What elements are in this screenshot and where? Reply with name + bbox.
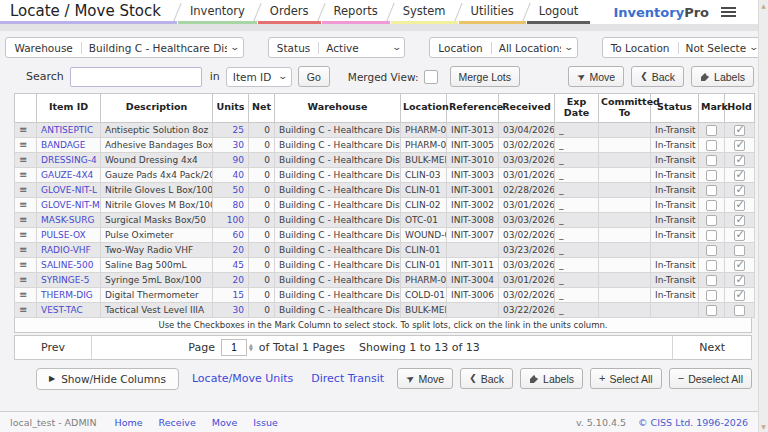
- col-committed-to[interactable]: Committed To: [599, 94, 651, 123]
- mark-checkbox[interactable]: [706, 230, 717, 241]
- row-menu-icon[interactable]: ≡: [19, 215, 27, 225]
- item-id-link[interactable]: THERM-DIG: [41, 290, 93, 300]
- col-exp-date[interactable]: Exp Date: [555, 94, 599, 123]
- mark-checkbox[interactable]: [706, 245, 717, 256]
- row-menu-icon[interactable]: ≡: [19, 200, 27, 210]
- units-link[interactable]: 50: [233, 185, 244, 195]
- units-link[interactable]: 25: [233, 125, 244, 135]
- col-warehouse[interactable]: Warehouse: [275, 94, 401, 123]
- mark-checkbox[interactable]: [706, 260, 717, 271]
- labels-button[interactable]: Labels: [520, 368, 583, 389]
- next-button[interactable]: Next: [672, 336, 751, 359]
- merged-view-checkbox[interactable]: [424, 70, 438, 84]
- mark-checkbox[interactable]: [706, 200, 717, 211]
- units-link[interactable]: 30: [233, 305, 244, 315]
- row-menu-icon[interactable]: ≡: [19, 305, 27, 315]
- move-button[interactable]: ➤Move: [568, 66, 624, 87]
- item-id-link[interactable]: VEST-TAC: [41, 305, 83, 315]
- col-units[interactable]: Units: [213, 94, 249, 123]
- item-id-link[interactable]: DRESSING-4: [41, 155, 97, 165]
- location-filter[interactable]: Location All Locations⌄: [429, 37, 577, 58]
- to-location-filter-value[interactable]: Not Selected⌄: [678, 42, 762, 54]
- tab-inventory[interactable]: Inventory: [178, 0, 257, 24]
- deselect-all-button[interactable]: −Deselect All: [669, 368, 752, 389]
- merge-lots-button[interactable]: Merge Lots: [450, 66, 521, 87]
- tab-utilities[interactable]: Utilities: [459, 0, 526, 24]
- row-menu-icon[interactable]: ≡: [19, 290, 27, 300]
- tab-locate-move-stock[interactable]: Locate / Move Stock: [0, 0, 177, 24]
- row-menu-icon[interactable]: ≡: [19, 275, 27, 285]
- col-description[interactable]: Description: [101, 94, 213, 123]
- units-link[interactable]: 60: [233, 230, 244, 240]
- mark-checkbox[interactable]: [706, 185, 717, 196]
- scroll-down-icon[interactable]: ▼: [761, 423, 766, 430]
- show-hide-columns-button[interactable]: ▶ Show/Hide Columns: [36, 368, 179, 390]
- col-item-id[interactable]: Item ID: [37, 94, 101, 123]
- row-menu-icon[interactable]: ≡: [19, 170, 27, 180]
- item-id-link[interactable]: PULSE-OX: [41, 230, 86, 240]
- warehouse-filter[interactable]: Warehouse Building C - Healthcare Distri…: [5, 37, 243, 58]
- mark-checkbox[interactable]: [706, 125, 717, 136]
- units-link[interactable]: 90: [233, 155, 244, 165]
- to-location-filter[interactable]: To Location Not Selected⌄: [602, 37, 763, 58]
- back-button[interactable]: ❮Back: [460, 368, 513, 389]
- item-id-link[interactable]: BANDAGE: [41, 140, 86, 150]
- mark-checkbox[interactable]: [706, 275, 717, 286]
- units-link[interactable]: 20: [233, 275, 244, 285]
- hamburger-menu-icon[interactable]: [719, 5, 738, 19]
- status-bar-link-move[interactable]: Move: [212, 417, 237, 428]
- page-number-input[interactable]: [221, 339, 247, 356]
- item-id-link[interactable]: SYRINGE-5: [41, 275, 90, 285]
- units-link[interactable]: 20: [233, 245, 244, 255]
- row-menu-icon[interactable]: ≡: [19, 230, 27, 240]
- move-button[interactable]: ➤Move: [397, 368, 453, 389]
- select-all-button[interactable]: +Select All: [590, 368, 662, 389]
- row-menu-icon[interactable]: ≡: [19, 155, 27, 165]
- item-id-link[interactable]: GLOVE-NIT-L: [41, 185, 97, 195]
- warehouse-filter-value[interactable]: Building C - Healthcare Distribu⌄: [81, 42, 243, 54]
- mark-checkbox[interactable]: [706, 215, 717, 226]
- row-menu-icon[interactable]: ≡: [19, 125, 27, 135]
- row-menu-icon[interactable]: ≡: [19, 245, 27, 255]
- copyright-link[interactable]: © CISS Ltd. 1996-2026: [638, 417, 748, 428]
- status-bar-link-issue[interactable]: Issue: [253, 417, 278, 428]
- back-button[interactable]: ❮Back: [631, 66, 684, 87]
- item-id-link[interactable]: SALINE-500: [41, 260, 94, 270]
- col-reference[interactable]: Reference: [447, 94, 499, 123]
- units-link[interactable]: 40: [233, 170, 244, 180]
- mark-checkbox[interactable]: [706, 140, 717, 151]
- units-link[interactable]: 30: [233, 140, 244, 150]
- units-link[interactable]: 45: [233, 260, 244, 270]
- row-menu-icon[interactable]: ≡: [19, 260, 27, 270]
- item-id-link[interactable]: GAUZE-4X4: [41, 170, 93, 180]
- mark-checkbox[interactable]: [706, 305, 717, 316]
- item-id-link[interactable]: GLOVE-NIT-M: [41, 200, 100, 210]
- row-menu-icon[interactable]: ≡: [19, 185, 27, 195]
- col-received[interactable]: Received: [499, 94, 555, 123]
- search-field-select[interactable]: Item ID⌄: [226, 67, 292, 87]
- location-filter-value[interactable]: All Locations⌄: [491, 42, 577, 54]
- units-link[interactable]: 15: [233, 290, 244, 300]
- scroll-up-icon[interactable]: ▲: [761, 2, 766, 9]
- mark-checkbox[interactable]: [706, 170, 717, 181]
- vertical-scrollbar[interactable]: ▲ ▼: [758, 0, 768, 432]
- status-bar-link-home[interactable]: Home: [115, 417, 143, 428]
- col-mark[interactable]: Mark: [699, 94, 725, 123]
- status-filter[interactable]: Status Active⌄: [268, 37, 405, 58]
- tab-orders[interactable]: Orders: [258, 0, 321, 24]
- item-id-link[interactable]: ANTISEPTIC: [41, 125, 93, 135]
- units-link[interactable]: 100: [227, 215, 244, 225]
- tab-reports[interactable]: Reports: [322, 0, 390, 24]
- labels-button[interactable]: Labels: [691, 66, 754, 87]
- go-button[interactable]: Go: [298, 66, 330, 87]
- status-filter-value[interactable]: Active⌄: [318, 42, 404, 54]
- status-bar-link-receive[interactable]: Receive: [159, 417, 196, 428]
- tab-logout[interactable]: Logout: [527, 0, 590, 24]
- tab-system[interactable]: System: [391, 0, 458, 24]
- page-spinner[interactable]: ▲▼: [249, 343, 253, 351]
- col-location[interactable]: Location: [401, 94, 447, 123]
- units-link[interactable]: 80: [233, 200, 244, 210]
- row-menu-icon[interactable]: ≡: [19, 140, 27, 150]
- col-net[interactable]: Net: [249, 94, 275, 123]
- mark-checkbox[interactable]: [706, 290, 717, 301]
